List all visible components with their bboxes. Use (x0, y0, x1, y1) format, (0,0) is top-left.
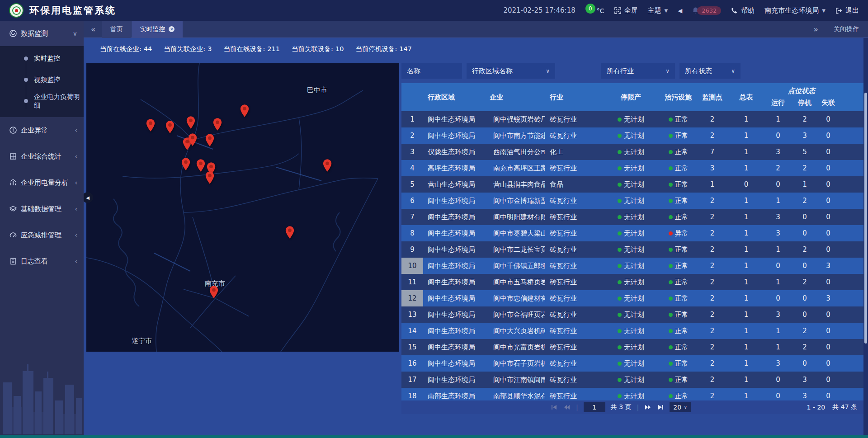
row-company: 营山县润丰肉食品有限 (485, 180, 545, 189)
sidebar-item-1[interactable]: 数据监测∨ (0, 21, 84, 46)
map-pin[interactable] (196, 159, 206, 172)
row-stopped: 5 (793, 148, 816, 156)
row-run: 3 (763, 311, 793, 319)
name-filter-input[interactable] (401, 63, 462, 79)
row-region: 阆中生态环境局 (423, 197, 485, 205)
map-pin[interactable] (285, 226, 295, 239)
status-dot (669, 329, 673, 333)
map-pin[interactable] (165, 120, 175, 134)
table-row[interactable]: 2阆中生态环境局阆中市南方节能建材有砖瓦行业无计划正常21030 (401, 127, 863, 144)
map-pin[interactable] (181, 157, 191, 171)
row-lost: 0 (816, 376, 840, 384)
row-facility-status: 正常 (661, 132, 695, 140)
map-pin[interactable] (205, 133, 215, 147)
prev-page-button[interactable] (563, 405, 571, 410)
map[interactable]: 巴中市南充市遂宁市 (86, 63, 399, 352)
sidebar-subitem[interactable]: 实时监控 (0, 48, 84, 69)
row-index: 6 (401, 193, 423, 209)
row-facility-status: 正常 (661, 278, 695, 287)
map-pin[interactable] (212, 118, 222, 131)
table-row[interactable]: 11阆中生态环境局阆中市五马桥页岩机砖砖瓦行业无计划正常21120 (401, 274, 863, 290)
status-filter-select[interactable]: 所有状态 ∨ (679, 63, 741, 79)
row-run: 1 (763, 343, 793, 351)
chevron-down-icon: ∨ (684, 405, 687, 410)
page-number-input[interactable]: 1 (584, 402, 605, 412)
sidebar-item-5[interactable]: 基础数据管理‹ (0, 196, 84, 222)
row-region: 阆中生态环境局 (423, 213, 485, 221)
row-stop-text: 无计划 (624, 148, 644, 156)
region-filter-select[interactable]: 行政区域名称 ∨ (467, 63, 555, 79)
row-run: 3 (763, 213, 793, 221)
table-row[interactable]: 5营山生态环境局营山县润丰肉食品有限食品无计划正常10010 (401, 176, 863, 193)
last-page-button[interactable] (657, 405, 664, 410)
chevron-down-icon: ∨ (661, 68, 670, 74)
map-pin[interactable] (322, 159, 332, 172)
row-run: 1 (763, 278, 793, 286)
map-pin[interactable] (188, 133, 198, 146)
sidebar-item-4[interactable]: 企业用电量分析‹ (0, 170, 84, 196)
theme-dropdown[interactable]: 主题 ▼ (648, 6, 668, 15)
row-index: 13 (401, 306, 423, 323)
map-pin[interactable] (205, 171, 215, 184)
table-row[interactable]: 7阆中生态环境局阆中明阳建材有限公司砖瓦行业无计划正常21300 (401, 209, 863, 225)
sidebar-item-7[interactable]: 日志查看‹ (0, 248, 84, 274)
tab-实时监控[interactable]: 实时监控✕ (132, 21, 183, 38)
logout-button[interactable]: 退出 (835, 6, 859, 15)
alarm-bell-button[interactable]: 2632 (692, 6, 721, 15)
mute-speaker-icon[interactable]: ◀ (678, 7, 682, 14)
row-run: 1 (763, 327, 793, 335)
row-index: 3 (401, 144, 423, 160)
row-industry: 砖瓦行业 (545, 359, 600, 368)
status-dot (618, 118, 622, 122)
tab-首页[interactable]: 首页 (102, 21, 131, 38)
row-company: 西南油气田分公司川中 (485, 148, 545, 156)
row-region: 阆中生态环境局 (423, 132, 485, 140)
first-page-button[interactable] (551, 405, 558, 410)
table-row[interactable]: 9阆中生态环境局阆中市二龙长宝页岩砖砖瓦行业无计划正常21120 (401, 241, 863, 258)
row-industry: 砖瓦行业 (545, 164, 600, 173)
status-dot (669, 280, 673, 284)
col-total: 总表 (729, 83, 763, 111)
sidebar-item-2[interactable]: 企业异常‹ (0, 117, 84, 143)
table-row[interactable]: 3仪陇生态环境局西南油气田分公司川中化工无计划正常71350 (401, 144, 863, 160)
org-dropdown[interactable]: 南充市生态环境局 ▼ (764, 6, 826, 15)
status-dot (669, 264, 673, 268)
status-dot (618, 362, 622, 366)
sidebar-subitem[interactable]: 企业电力负荷明细 (0, 90, 84, 112)
row-company: 阆中市二龙长宝页岩砖 (485, 245, 545, 254)
map-pin[interactable] (186, 116, 196, 129)
table-row[interactable]: 8阆中生态环境局阆中市枣碧大梁山页岩砖瓦行业无计划异常21300 (401, 225, 863, 241)
fullscreen-button[interactable]: 全屏 (614, 6, 638, 15)
help-button[interactable]: 帮助 (731, 6, 755, 15)
table-row[interactable]: 14阆中生态环境局阆中大兴页岩机砖厂砖瓦行业无计划正常21120 (401, 323, 863, 339)
row-facility-text: 正常 (675, 132, 689, 140)
map-pin[interactable] (146, 118, 156, 132)
table-row[interactable]: 4高坪生态环境局南充市高坪区王家店建砖瓦行业无计划正常31220 (401, 160, 863, 176)
table-row[interactable]: 12阆中生态环境局阆中市忠信建材有限公砖瓦行业无计划正常21003 (401, 290, 863, 306)
table-row[interactable]: 15阆中生态环境局阆中市光富页岩机砖厂砖瓦行业无计划正常21120 (401, 339, 863, 355)
close-icon[interactable]: ✕ (169, 26, 175, 32)
tabs-scroll-right-icon[interactable]: » (814, 25, 818, 34)
table-row[interactable]: 1阆中生态环境局阆中强锐页岩砖厂砖瓦行业无计划正常21120 (401, 111, 863, 127)
table-row[interactable]: 16阆中生态环境局阆中市石子页岩机砖厂砖瓦行业无计划正常21300 (401, 355, 863, 372)
table-row[interactable]: 17阆中生态环境局阆中市江南镇阆南页岩砖瓦行业无计划正常21030 (401, 372, 863, 388)
map-pin[interactable] (240, 104, 250, 118)
industry-filter-select[interactable]: 所有行业 ∨ (601, 63, 675, 79)
page-size-select[interactable]: 20 ∨ (670, 402, 690, 412)
sidebar-item-3[interactable]: 企业综合统计‹ (0, 143, 84, 170)
row-stop-status: 无计划 (600, 294, 661, 303)
next-page-button[interactable] (644, 405, 651, 410)
sidebar-item-6[interactable]: 应急减排管理‹ (0, 222, 84, 248)
sidebar-subitem[interactable]: 视频监控 (0, 69, 84, 90)
row-industry: 砖瓦行业 (545, 245, 600, 254)
map-pin[interactable] (209, 285, 219, 299)
table-row[interactable]: 13阆中生态环境局阆中市金福旺页岩机砖砖瓦行业无计划正常21300 (401, 306, 863, 323)
row-region: 南部生态环境局 (423, 392, 485, 400)
close-operations-button[interactable]: 关闭操作 (834, 25, 859, 33)
row-points: 2 (695, 376, 729, 384)
scrollbar[interactable] (864, 93, 867, 344)
table-row[interactable]: 6阆中生态环境局阆中市金博瑞新型墙材砖瓦行业无计划正常21120 (401, 193, 863, 209)
table-row[interactable]: 10阆中生态环境局阆中千佛镇五郎垭页岩砖瓦行业无计划正常21003 (401, 258, 863, 274)
bottom-accent-bar (0, 435, 868, 438)
tabs-scroll-left-icon[interactable]: « (91, 25, 95, 34)
